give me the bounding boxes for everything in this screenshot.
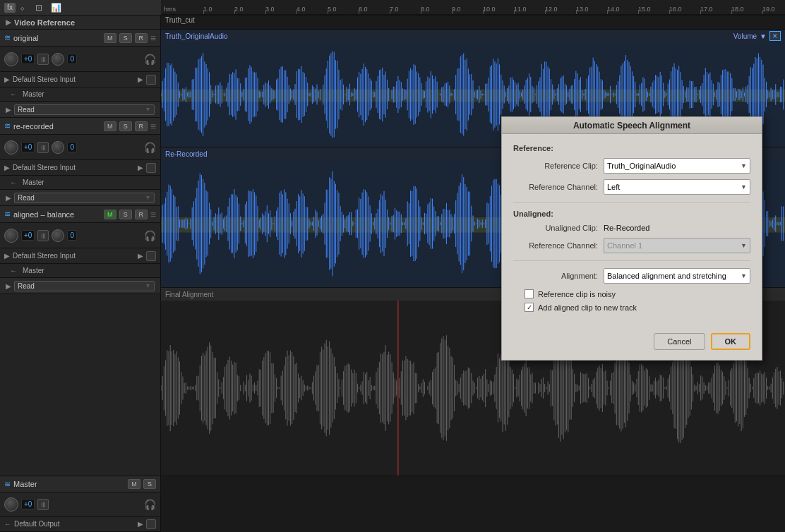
track-input-label-2[interactable]: Default Stereo Input [13,164,135,171]
dialog-titlebar: Automatic Speech Alignment [502,117,762,134]
ref-noisy-checkbox[interactable] [525,289,534,298]
track-pan-display-2[interactable]: 0 [67,142,77,152]
track-original: ≋ original M S R ≡ +0 ||| 0 🎧 ▶ Default … [0,30,160,118]
volume-label: Volume [733,32,757,40]
track-read-dropdown-2[interactable]: Read ▼ [14,193,155,203]
add-to-track-checkbox[interactable] [525,303,534,312]
track-rec-btn-2[interactable]: R [135,121,148,131]
track-expand-3[interactable]: ▶ [6,282,11,290]
ref-channel-label: Reference Channel: [513,183,598,191]
track-edit-btn-3[interactable] [146,251,156,261]
track-expand-1[interactable]: ▶ [6,106,11,114]
master-edit-btn[interactable] [146,519,156,529]
track-arrow-right-1: ▶ [4,75,10,83]
track-aligned: ≋ aligned – balance M S R ≡ +0 ||| 0 🎧 ▶… [0,206,160,294]
track-mute-btn-2[interactable]: M [104,121,116,131]
track-expand-2[interactable]: ▶ [6,194,11,202]
track-read-label-1: Read [18,106,35,114]
track-rec-btn-1[interactable]: R [135,33,148,43]
add-icon[interactable]: ⊡ [35,3,47,13]
track-read-dropdown-3[interactable]: Read ▼ [14,281,155,291]
track-pan-knob-2[interactable] [52,141,64,154]
video-ref-label: Video Reference [14,18,75,27]
track-vol-display-3[interactable]: +0 [21,230,35,241]
track-read-label-2: Read [18,194,35,202]
track-edit-btn-1[interactable] [146,75,156,85]
master-s-btn[interactable]: S [143,479,156,489]
track1-clip-label: Truth_OriginalAudio [165,32,228,40]
cancel-button[interactable]: Cancel [654,333,705,350]
master-output-label[interactable]: Default Output [14,520,135,528]
ref-clip-label: Reference Clip: [513,162,598,170]
master-meter: ||| [37,499,49,510]
master-track: ≋ Master M S +0 ||| 🎧 ← Default Output ▶ [0,476,785,532]
reference-channel-select[interactable]: Left ▼ [604,179,750,195]
track-solo-btn-2[interactable]: S [119,121,132,131]
keyframe-icon[interactable]: ⬦ [20,3,31,13]
master-output-arrow[interactable]: ▶ [138,520,143,528]
track-headphone-icon-1: 🎧 [144,54,156,65]
track-pan-display-3[interactable]: 0 [67,230,77,241]
track-rerecorded: ≋ re-recorded M S R ≡ +0 ||| 0 🎧 ▶ Defau… [0,118,160,206]
automatic-speech-alignment-dialog: Automatic Speech Alignment Reference: Re… [501,116,762,361]
track-arrow-right-2: ▶ [4,164,10,171]
track-solo-btn-3[interactable]: S [119,210,132,219]
track-pan-knob-3[interactable] [52,229,64,242]
track-pan-display-1[interactable]: 0 [67,54,77,64]
clip-name-bar: Truth_cut [161,15,199,25]
unaligned-section-label: Unaligned: [513,210,750,218]
master-mute-btn[interactable]: M [128,479,140,489]
track1-close-btn[interactable]: ✕ [769,31,781,41]
track-input-arrow-1[interactable]: ▶ [138,75,143,83]
track-name-3: aligned – balance [13,210,101,219]
ref-clip-arrow: ▼ [741,162,747,169]
track-rec-btn-3[interactable]: R [135,210,148,219]
master-timeline-area [161,476,785,532]
alignment-value: Balanced alignment and stretching [607,272,726,280]
unaligned-channel-select[interactable]: Channel 1 ▼ [604,238,750,253]
unaligned-channel-arrow: ▼ [741,242,747,249]
dialog-title: Automatic Speech Alignment [573,121,690,131]
track-menu-btn-1[interactable]: ≡ [150,32,156,44]
volume-arrow[interactable]: ▼ [760,32,767,40]
track-name-2: re-recorded [13,122,101,131]
graph-icon[interactable]: 📊 [51,3,62,13]
track-mute-btn-1[interactable]: M [104,33,116,43]
track-input-arrow-3[interactable]: ▶ [138,252,143,260]
track-meter-2: ||| [37,142,49,153]
unaligned-clip-label: Unaligned Clip: [513,224,598,232]
track-input-arrow-2[interactable]: ▶ [138,164,143,171]
track-input-label-3[interactable]: Default Stereo Input [13,252,135,260]
track-menu-btn-3[interactable]: ≡ [150,209,156,220]
track-master-label-1: Master [23,90,44,98]
ref-clip-value: Truth_OriginalAudio [607,162,676,170]
track-left-arrow-3: ← [10,267,17,274]
track-vol-knob-3[interactable] [4,229,18,243]
reference-clip-select[interactable]: Truth_OriginalAudio ▼ [604,158,750,174]
master-arrow-left: ← [4,520,11,528]
ok-button[interactable]: OK [711,333,751,350]
track-solo-btn-1[interactable]: S [119,33,132,43]
top-toolbar: fx ⬦ ⊡ 📊 hms 1.02.03.04.05.06.07.08.09.0… [0,0,785,16]
track-vol-display-1[interactable]: +0 [21,54,35,64]
track3-clip-label: Final Alignment [165,291,213,298]
track-mute-btn-3[interactable]: M [104,210,116,219]
master-wave-icon: ≋ [4,480,11,489]
master-vol-knob[interactable] [4,497,18,512]
track-edit-btn-2[interactable] [146,163,156,173]
track-vol-display-2[interactable]: +0 [21,142,35,152]
track-wave-icon-3: ≋ [4,210,11,219]
track-pan-knob-1[interactable] [52,53,64,66]
track-input-label-1[interactable]: Default Stereo Input [13,75,135,83]
track-vol-knob-2[interactable] [4,140,18,155]
track-arrow-right-3: ▶ [4,252,10,260]
fx-icon[interactable]: fx [4,3,16,13]
track-menu-btn-2[interactable]: ≡ [150,121,156,132]
alignment-select[interactable]: Balanced alignment and stretching ▼ [604,268,750,284]
ref-channel-value: Left [607,183,620,191]
master-vol-display[interactable]: +0 [21,499,35,509]
video-ref-header: ▶ Video Reference [0,16,161,30]
track-vol-knob-1[interactable] [4,52,18,66]
track-read-dropdown-1[interactable]: Read ▼ [14,104,155,115]
read-dropdown-arrow-2: ▼ [145,194,151,201]
